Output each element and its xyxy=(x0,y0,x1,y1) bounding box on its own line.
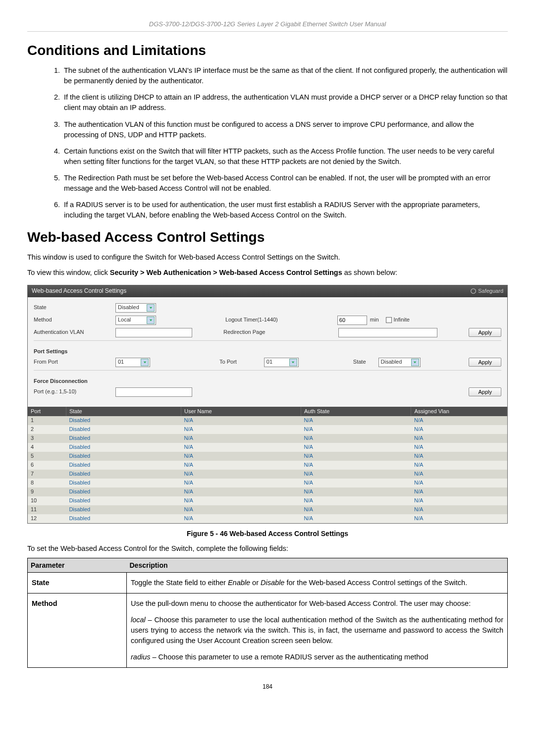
intro-text: This window is used to configure the Swi… xyxy=(27,252,508,263)
table-cell: N/A xyxy=(301,496,411,505)
from-port-select[interactable]: 01 xyxy=(115,358,150,367)
table-cell: N/A xyxy=(181,416,301,425)
table-cell: 7 xyxy=(28,470,66,479)
settings-panel: Web-based Access Control Settings Safegu… xyxy=(27,285,508,523)
force-port-input[interactable] xyxy=(115,387,192,397)
table-cell: Disabled xyxy=(66,425,181,434)
port-state-select[interactable]: Disabled xyxy=(378,358,421,367)
apply-button-ports[interactable]: Apply xyxy=(469,358,501,367)
table-cell: 2 xyxy=(28,425,66,434)
nav-path: To view this window, click Security > We… xyxy=(27,268,508,278)
table-cell: N/A xyxy=(301,487,411,496)
table-cell: N/A xyxy=(181,505,301,514)
table-header: State xyxy=(66,407,181,417)
table-cell: N/A xyxy=(301,452,411,461)
table-cell: N/A xyxy=(411,416,507,425)
table-header: User Name xyxy=(181,407,301,417)
table-cell: Disabled xyxy=(66,416,181,425)
table-row: 10DisabledN/AN/AN/A xyxy=(28,496,507,505)
table-cell: N/A xyxy=(301,416,411,425)
table-cell: 5 xyxy=(28,452,66,461)
method-label: Method xyxy=(34,316,115,324)
auth-vlan-input[interactable] xyxy=(115,328,192,337)
italic-term: radius xyxy=(131,653,151,661)
table-cell: N/A xyxy=(301,425,411,434)
table-cell: Disabled xyxy=(66,514,181,523)
table-cell: N/A xyxy=(181,496,301,505)
table-cell: N/A xyxy=(411,434,507,443)
safeguard-badge: Safeguard xyxy=(471,287,503,295)
state-select-value: Disabled xyxy=(118,304,139,312)
navpath-suffix: as shown below: xyxy=(344,269,397,276)
param-row: MethodUse the pull-down menu to choose t… xyxy=(28,594,508,668)
navpath-prefix: To view this window, click xyxy=(27,269,110,276)
force-title: Force Disconnection xyxy=(34,378,501,385)
port-state-value: Disabled xyxy=(381,358,402,366)
table-cell: N/A xyxy=(411,514,507,523)
table-cell: Disabled xyxy=(66,452,181,461)
apply-button-top[interactable]: Apply xyxy=(469,328,501,337)
table-cell: N/A xyxy=(181,461,301,470)
table-cell: Disabled xyxy=(66,461,181,470)
to-port-value: 01 xyxy=(267,358,272,366)
table-cell: N/A xyxy=(181,487,301,496)
redirect-input[interactable] xyxy=(338,328,437,337)
table-cell: N/A xyxy=(411,443,507,452)
table-cell: Disabled xyxy=(66,434,181,443)
table-cell: 1 xyxy=(28,416,66,425)
table-cell: N/A xyxy=(301,470,411,479)
desc-text: – Choose this parameter to use the local… xyxy=(131,616,503,645)
condition-item: If the client is utilizing DHCP to attai… xyxy=(62,92,508,113)
table-header: Assigned Vlan xyxy=(411,407,507,417)
infinite-label: Infinite xyxy=(394,316,410,324)
page-number: 184 xyxy=(27,683,508,691)
param-name: Method xyxy=(28,594,127,668)
table-cell: 8 xyxy=(28,479,66,487)
state-select[interactable]: Disabled xyxy=(115,303,156,313)
table-row: 2DisabledN/AN/AN/A xyxy=(28,425,507,434)
table-header: Port xyxy=(28,407,66,417)
table-cell: N/A xyxy=(181,443,301,452)
chevron-down-icon xyxy=(149,306,153,310)
heading-wbac: Web-based Access Control Settings xyxy=(27,227,508,248)
table-cell: N/A xyxy=(181,514,301,523)
table-row: 1DisabledN/AN/AN/A xyxy=(28,416,507,425)
table-cell: N/A xyxy=(301,434,411,443)
table-cell: N/A xyxy=(411,470,507,479)
chevron-down-icon xyxy=(149,318,153,323)
infinite-checkbox[interactable]: Infinite xyxy=(386,316,410,324)
table-cell: N/A xyxy=(181,452,301,461)
logout-input[interactable] xyxy=(337,316,367,325)
from-port-label: From Port xyxy=(34,358,115,366)
table-cell: Disabled xyxy=(66,505,181,514)
logout-label: Logout Timer(1-1440) xyxy=(225,316,278,324)
condition-item: Certain functions exist on the Switch th… xyxy=(62,146,508,167)
table-cell: N/A xyxy=(181,425,301,434)
to-port-select[interactable]: 01 xyxy=(264,358,299,367)
apply-button-force[interactable]: Apply xyxy=(469,387,501,396)
table-cell: N/A xyxy=(411,487,507,496)
table-cell: N/A xyxy=(181,470,301,479)
desc-text: – Choose this parameter to use a remote … xyxy=(151,653,428,661)
table-row: 8DisabledN/AN/AN/A xyxy=(28,479,507,487)
desc-text: for the Web-based Access Control setting… xyxy=(284,579,467,587)
port-state-label: State xyxy=(353,358,366,366)
table-cell: N/A xyxy=(301,514,411,523)
heading-conditions: Conditions and Limitations xyxy=(27,41,508,61)
table-cell: Disabled xyxy=(66,487,181,496)
table-cell: 6 xyxy=(28,461,66,470)
table-cell: 12 xyxy=(28,514,66,523)
table-header: Auth State xyxy=(301,407,411,417)
italic-term: Disable xyxy=(261,579,284,587)
table-row: 7DisabledN/AN/AN/A xyxy=(28,470,507,479)
instruction-text: To set the Web-based Access Control for … xyxy=(27,543,508,554)
chevron-down-icon xyxy=(291,360,295,365)
param-header-desc: Description xyxy=(127,558,508,573)
method-select[interactable]: Local xyxy=(115,316,156,325)
table-cell: 10 xyxy=(28,496,66,505)
panel-title-bar: Web-based Access Control Settings Safegu… xyxy=(28,285,507,297)
method-select-value: Local xyxy=(118,316,131,324)
table-cell: N/A xyxy=(301,443,411,452)
port-status-table: PortStateUser NameAuth StateAssigned Vla… xyxy=(28,407,507,523)
param-desc: Use the pull-down menu to choose the aut… xyxy=(127,594,508,668)
